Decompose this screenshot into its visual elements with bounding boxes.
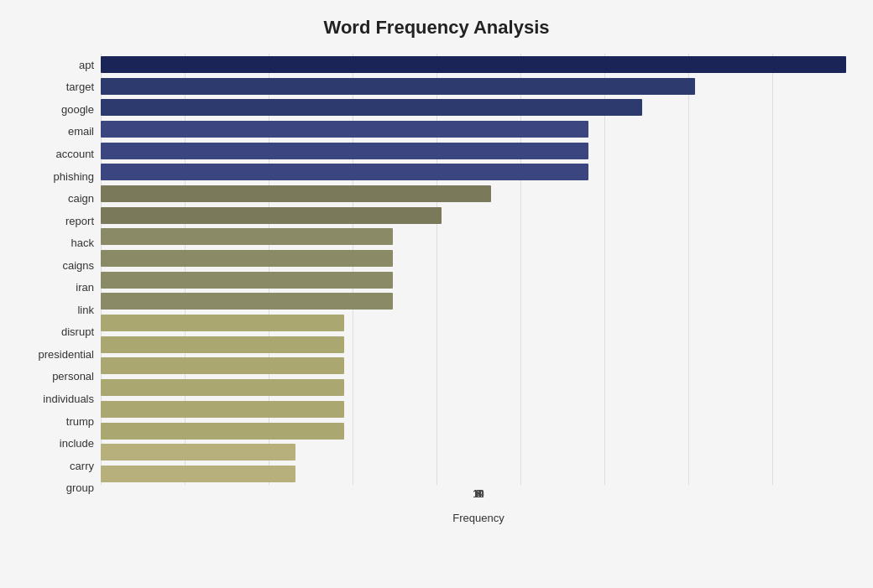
- bar-row-caigns: [101, 249, 856, 268]
- y-label-target: target: [66, 76, 94, 98]
- x-axis-label: Frequency: [101, 512, 856, 524]
- y-label-apt: apt: [79, 54, 94, 75]
- bar-link: [101, 293, 393, 310]
- bars-area: [101, 54, 856, 485]
- bar-caign: [101, 185, 491, 202]
- y-label-disrupt: disrupt: [61, 321, 94, 343]
- bar-phishing: [101, 164, 588, 180]
- bar-disrupt: [101, 315, 344, 331]
- bar-row-phishing: [101, 163, 856, 181]
- bar-caigns: [101, 250, 393, 267]
- bar-row-apt: [101, 55, 856, 74]
- bar-row-caign: [101, 185, 856, 203]
- bar-row-trump: [101, 400, 856, 419]
- bar-row-carry: [101, 443, 856, 461]
- bar-row-account: [101, 142, 856, 160]
- y-label-google: google: [61, 98, 94, 120]
- y-label-individuals: individuals: [43, 388, 94, 409]
- bar-row-presidential: [101, 336, 856, 354]
- bar-row-hack: [101, 227, 856, 246]
- chart-title: Word Frequency Analysis: [17, 17, 856, 39]
- bar-row-include: [101, 422, 856, 440]
- y-axis: apttargetgoogleemailaccountphishingcaign…: [17, 54, 101, 524]
- bar-row-personal: [101, 356, 856, 375]
- y-label-group: group: [66, 477, 94, 499]
- x-axis-wrapper: 02468101214 Frequency: [101, 485, 856, 524]
- chart-container: Word Frequency Analysis apttargetgooglee…: [0, 0, 873, 588]
- y-label-caign: caign: [68, 188, 94, 210]
- bars-rows: [101, 54, 856, 485]
- bar-row-report: [101, 206, 856, 225]
- bar-presidential: [101, 336, 344, 353]
- bar-iran: [101, 272, 393, 289]
- y-label-phishing: phishing: [54, 165, 94, 187]
- bar-include: [101, 423, 344, 440]
- y-label-caigns: caigns: [62, 254, 94, 276]
- y-label-include: include: [60, 433, 94, 455]
- bar-row-iran: [101, 271, 856, 289]
- bar-row-google: [101, 98, 856, 117]
- bar-individuals: [101, 379, 344, 396]
- y-label-trump: trump: [66, 410, 94, 432]
- bar-trump: [101, 401, 344, 418]
- y-label-presidential: presidential: [39, 343, 95, 365]
- bar-personal: [101, 357, 344, 374]
- bars-and-xaxis: 02468101214 Frequency: [101, 54, 856, 524]
- y-label-link: link: [77, 299, 94, 320]
- bar-google: [101, 99, 642, 116]
- bar-row-group: [101, 465, 856, 483]
- bar-account: [101, 143, 588, 159]
- chart-area: apttargetgoogleemailaccountphishingcaign…: [17, 54, 856, 524]
- bar-group: [101, 466, 295, 482]
- y-label-report: report: [65, 210, 94, 232]
- y-label-personal: personal: [52, 366, 94, 388]
- y-label-iran: iran: [76, 277, 94, 299]
- bar-carry: [101, 444, 295, 461]
- bar-target: [101, 78, 695, 95]
- y-label-hack: hack: [71, 232, 94, 254]
- y-label-email: email: [68, 121, 94, 143]
- bar-row-target: [101, 77, 856, 96]
- bar-email: [101, 121, 588, 138]
- bar-row-disrupt: [101, 314, 856, 332]
- bar-report: [101, 207, 442, 224]
- bar-hack: [101, 228, 393, 245]
- bar-apt: [101, 56, 846, 73]
- bar-row-link: [101, 292, 856, 310]
- bar-row-individuals: [101, 378, 856, 397]
- y-label-account: account: [55, 143, 94, 164]
- bar-row-email: [101, 120, 856, 138]
- y-label-carry: carry: [70, 455, 94, 476]
